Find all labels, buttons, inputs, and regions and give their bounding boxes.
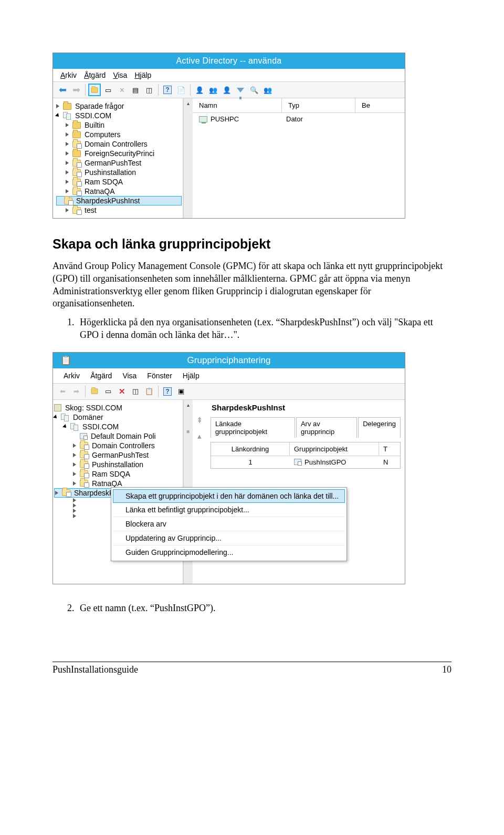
tree-fsp[interactable]: ForeignSecurityPrinci: [85, 149, 154, 158]
gp-menu-hjalp[interactable]: Hjälp: [183, 372, 200, 380]
gp-tab-inherit[interactable]: Arv av grupprincip: [296, 417, 357, 438]
gp-col-gpo[interactable]: Grupprincipobjekt: [290, 442, 379, 456]
gp-menu-fonster[interactable]: Fönster: [147, 372, 172, 380]
properties-icon[interactable]: ▤: [129, 84, 142, 96]
steps-list: Högerklicka på den nya organisationsenhe…: [52, 316, 452, 342]
back-icon[interactable]: ⬅: [56, 84, 69, 96]
ad-titlebar: Active Directory -- använda: [53, 53, 405, 69]
gp-tree-dc[interactable]: Domain Controllers: [92, 441, 155, 450]
gp-tree-ssdi[interactable]: SSDI.COM: [82, 422, 119, 431]
gp-tree-gpt[interactable]: GermanPushTest: [92, 451, 149, 459]
add-ou-icon[interactable]: 👤: [220, 84, 233, 96]
ad-toolbar: ⬅ ➡ ▭ ✕ ▤ ◫ ? 📄 👤 👥 👤 🔍 👥: [53, 82, 405, 98]
gp-menu-atgard[interactable]: Åtgärd: [90, 372, 112, 380]
ctx-block-inherit[interactable]: Blockera arv: [113, 517, 345, 531]
domain-icon: [63, 112, 71, 119]
footer-title: PushInstallationsguide: [52, 664, 138, 675]
gp-tree-forest[interactable]: Skog: SSDI.COM: [65, 404, 122, 412]
gp-linked-list[interactable]: Länkordning Grupprincipobjekt T 1 PushIn…: [211, 442, 401, 469]
gpo-icon: [80, 433, 87, 439]
ctx-link-gpo[interactable]: Länka ett befintligt grupprincipobjekt..…: [113, 503, 345, 517]
gp-menu-arkiv[interactable]: Arkiv: [64, 372, 80, 380]
step-1: Högerklicka på den nya organisationsenhe…: [77, 316, 452, 342]
tree-builtin[interactable]: Builtin: [85, 121, 104, 129]
computer-icon: [199, 116, 207, 122]
steps-list-2: Ge ett namn (t.ex. “PushInstGPO”).: [52, 602, 452, 615]
gp-tree-domains[interactable]: Domäner: [73, 413, 103, 421]
gp-back-icon[interactable]: ⬅: [56, 385, 69, 398]
col-typ[interactable]: Typ: [282, 98, 355, 112]
menu-arkiv[interactable]: AArkivrkiv: [60, 71, 77, 79]
menu-hjalp[interactable]: Hjälp: [134, 71, 151, 79]
tree-ratna[interactable]: RatnaQA: [85, 187, 115, 195]
gp-tab-linked[interactable]: Länkade grupprincipobjekt: [211, 417, 295, 438]
gp-window-title: Grupprinciphantering: [187, 355, 271, 366]
ad-col-headers[interactable]: Namn Typ Be: [193, 98, 405, 113]
gp-tree-push[interactable]: Pushinstallation: [92, 460, 143, 469]
gp-export-icon[interactable]: 📋: [143, 385, 155, 398]
gp-list-row[interactable]: 1 PushInstGPO N: [211, 456, 400, 468]
gp-tree-ddp[interactable]: Default Domain Poli: [91, 432, 156, 440]
footer-page: 10: [442, 664, 452, 675]
gp-titlebar: 📋 Grupprinciphantering: [53, 353, 405, 368]
section-paragraph: Använd Group Policy Management Console (…: [52, 260, 452, 310]
ctx-create-gpo[interactable]: Skapa ett grupprincipobjekt i den här do…: [113, 489, 345, 503]
tree-dc[interactable]: Domain Controllers: [85, 140, 148, 148]
tree-saved-queries[interactable]: Sparade frågor: [75, 102, 124, 110]
tree-test[interactable]: test: [85, 206, 97, 214]
menu-visa[interactable]: Visa: [113, 71, 127, 79]
gp-tree-ram[interactable]: Ram SDQA: [92, 470, 130, 478]
help-icon[interactable]: ?: [161, 84, 174, 96]
tree-push[interactable]: Pushinstallation: [85, 168, 136, 177]
gp-help-icon[interactable]: ?: [161, 385, 174, 398]
ad-tree-scrollbar[interactable]: ▴: [183, 98, 193, 218]
ctx-update-gp[interactable]: Uppdatering av Grupprincip...: [113, 531, 345, 545]
ad-tree[interactable]: Sparade frågor SSDI.COM Builtin Computer…: [53, 98, 183, 218]
gp-delete-icon[interactable]: ✕: [116, 385, 128, 398]
gp-col-order[interactable]: Länkordning: [211, 442, 290, 456]
new-icon[interactable]: ◫: [143, 84, 155, 96]
menu-atgard[interactable]: Åtgärd: [84, 71, 106, 79]
col-be[interactable]: Be: [355, 98, 405, 112]
gp-tabs: Länkade grupprincipobjekt Arv av gruppri…: [211, 417, 401, 438]
delete-icon[interactable]: ✕: [116, 84, 128, 96]
gpo-icon: [294, 459, 301, 465]
tree-ram[interactable]: Ram SDQA: [85, 178, 123, 186]
col-namn[interactable]: Namn: [193, 98, 282, 112]
gp-tab-deleg[interactable]: Delegering: [358, 417, 401, 438]
gp-up-icon[interactable]: [88, 385, 101, 398]
up-level-icon[interactable]: [88, 84, 101, 96]
gp-toolbar: ⬅ ➡ ▭ ✕ ◫ 📋 ? ▣: [53, 383, 405, 400]
ad-menubar: AArkivrkiv Åtgärd Visa Hjälp: [53, 69, 405, 82]
gpmc-window: 📋 Grupprinciphantering Arkiv Åtgärd Visa…: [52, 352, 405, 584]
find-icon[interactable]: 🔍: [248, 84, 260, 96]
tree-ssdi[interactable]: SSDI.COM: [75, 111, 111, 120]
page-footer: PushInstallationsguide 10: [52, 662, 452, 675]
more-actions-icon[interactable]: 👥: [261, 84, 274, 96]
forward-icon[interactable]: ➡: [70, 84, 82, 96]
ad-listview[interactable]: Namn Typ Be PUSHPC Dator: [193, 98, 405, 218]
active-directory-window: Active Directory -- använda AArkivrkiv Å…: [52, 53, 405, 219]
script-icon[interactable]: 📄: [175, 84, 187, 96]
gp-forward-icon[interactable]: ➡: [70, 385, 82, 398]
gp-col-t[interactable]: T: [379, 442, 400, 456]
gp-reorder-arrows[interactable]: ⇞▴: [193, 400, 206, 473]
forest-icon: [54, 404, 61, 411]
gp-tree-icon[interactable]: ▭: [102, 385, 114, 398]
gp-ou-heading: SharpdeskPushInst: [206, 400, 405, 413]
tree-computers[interactable]: Computers: [85, 130, 120, 139]
add-user-icon[interactable]: 👤: [193, 84, 206, 96]
tree-toggle-icon[interactable]: ▭: [102, 84, 114, 96]
ctx-modeling-wizard[interactable]: Guiden Grupprincipmodellering...: [113, 545, 345, 559]
add-group-icon[interactable]: 👥: [207, 84, 219, 96]
gp-tree-ratna[interactable]: RatnaQA: [92, 479, 122, 488]
gp-context-menu[interactable]: Skapa ett grupprincipobjekt i den här do…: [111, 487, 347, 561]
ad-window-title: Active Directory -- använda: [57, 56, 401, 66]
gp-menu-visa[interactable]: Visa: [122, 372, 136, 380]
list-row-pushpc[interactable]: PUSHPC Dator: [193, 113, 405, 125]
tree-gpt[interactable]: GermanPushTest: [85, 159, 141, 167]
gp-refresh-icon[interactable]: ◫: [129, 385, 142, 398]
filter-icon[interactable]: [234, 84, 247, 96]
gp-window-icon[interactable]: ▣: [175, 385, 187, 398]
tree-sharpdesk[interactable]: SharpdeskPushInst: [76, 197, 140, 205]
